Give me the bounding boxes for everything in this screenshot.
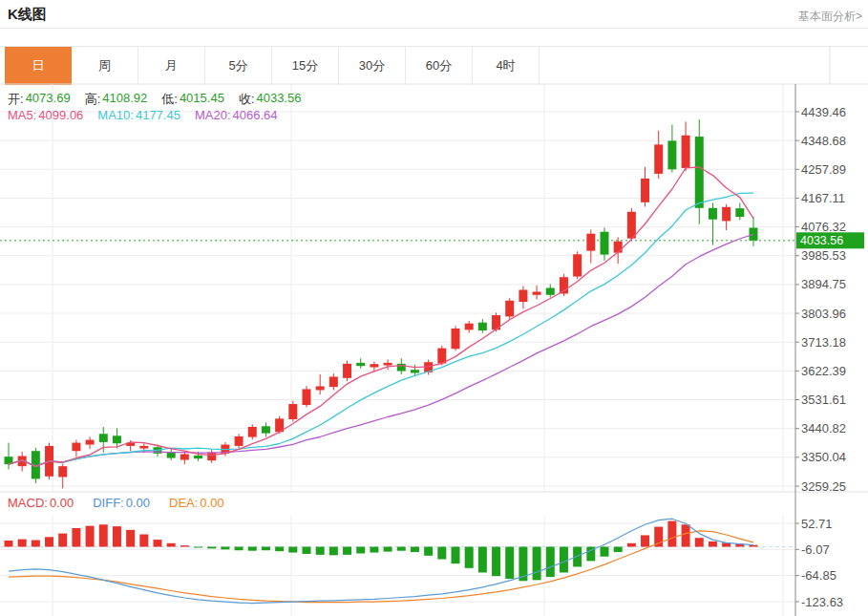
ma-ma10: MA10:4177.45 [97,108,180,122]
main-axis-label: 3803.96 [801,307,846,321]
macdinfo-macd: MACD:0.00 [8,496,74,510]
ma-lines [9,167,753,466]
candle [86,436,95,449]
candle [329,373,338,390]
open-value: 4073.69 [26,91,71,108]
ohlc-low: 低:4015.45 [161,91,224,108]
main-axis-label: 4167.11 [801,191,845,205]
macd-axis-label: -64.85 [801,568,836,583]
candle [709,202,717,244]
ohlc-high: 高:4108.92 [85,91,148,108]
macdinfo-diff: DIFF:0.00 [93,496,150,510]
main-axis-label: 3622.39 [801,364,846,378]
macd-readout: MACD:0.00DIFF:0.00DEA:0.00 [8,496,224,510]
main-axis-label: 3531.61 [801,393,846,407]
close-label: 收: [239,91,255,108]
main-axis-label: 3350.04 [801,450,846,464]
candle [235,434,243,448]
candle [654,131,663,179]
diff-label: DIFF: [93,496,124,510]
main-axis-label: 3894.75 [801,277,846,291]
candle [275,416,284,435]
ma20-value: 4066.64 [233,108,278,122]
main-axis-label: 4257.89 [801,162,846,177]
candle [641,167,649,207]
ma-readout: MA5:4099.06MA10:4177.45MA20:4066.64 [8,108,278,122]
candle [465,321,474,333]
candle [167,449,176,461]
candle [695,119,704,224]
diff-value: 0.00 [126,496,150,510]
candle [343,361,351,382]
y-axis: 4439.464348.684257.894167.114076.323985.… [795,84,846,616]
ma20-label: MA20: [195,108,231,122]
main-axis-label: 3440.82 [801,421,846,435]
candle [573,251,582,279]
candle [586,229,595,263]
ma-ma5: MA5:4099.06 [8,108,83,122]
candle [452,326,460,350]
candles-layer [5,119,758,488]
ma10-label: MA10: [97,108,134,122]
open-label: 开: [8,91,24,108]
macdinfo-dea: DEA:0.00 [169,496,224,510]
candle [248,424,257,439]
main-axis-label: 3713.18 [801,335,846,350]
candle [207,450,216,463]
candle [356,358,365,369]
dea-value: 0.00 [200,496,223,510]
main-axis-label: 3259.25 [801,479,846,494]
macd-axis-label: 52.71 [801,517,833,531]
candle [735,202,744,220]
candle [5,443,13,470]
current-price-badge: 4033.56 [796,232,864,248]
dea-label: DEA: [169,496,198,510]
candle [722,204,730,230]
candle [478,319,487,333]
main-axis-label: 4076.32 [801,220,846,234]
ma5-label: MA5: [8,108,36,122]
high-label: 高: [85,91,101,108]
low-label: 低: [161,91,178,108]
candle [682,121,690,171]
candle [288,401,297,422]
candle [750,217,758,246]
macd-label: MACD: [8,496,48,510]
macd-value: 0.00 [50,496,74,510]
ohlc-close: 收:4033.56 [239,91,302,108]
main-axis-label: 3985.53 [801,248,846,263]
ma5-value: 4099.06 [38,108,83,122]
high-value: 4108.92 [102,91,147,108]
kline-widget: 4439.464348.684257.894167.114076.323985.… [0,0,868,616]
ohlc-readout: 开:4073.69高:4108.92低:4015.45收:4033.56 [8,91,302,108]
candle [519,287,527,309]
candle [505,298,514,319]
candle [58,464,67,489]
candle [533,286,541,300]
ma-ma20: MA20:4066.64 [195,108,278,122]
candle [667,125,676,173]
low-value: 4015.45 [180,91,224,108]
close-value: 4033.56 [257,91,302,108]
current-price-badge-text: 4033.56 [800,234,843,247]
ma10-value: 4177.45 [136,108,180,122]
main-axis-label: 4439.46 [801,105,846,119]
main-axis-label: 4348.68 [801,134,846,148]
candle [546,285,555,298]
ohlc-open: 开:4073.69 [8,91,71,108]
macd-histogram-layer [5,521,758,582]
candle [303,386,311,407]
candle [316,374,325,394]
candle [72,440,80,457]
candle [614,237,623,264]
candle [262,422,270,436]
macd-axis-label: -6.07 [801,542,830,557]
macd-axis-label: -123.63 [801,595,843,609]
